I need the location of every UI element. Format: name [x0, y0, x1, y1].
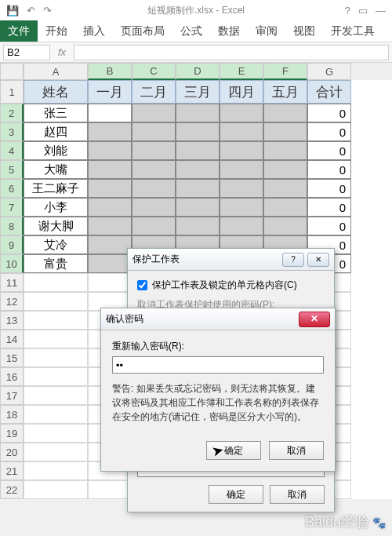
redo-icon[interactable]: ↷	[43, 5, 52, 16]
cell[interactable]	[24, 405, 88, 424]
cell[interactable]	[132, 160, 176, 179]
row-header[interactable]: 10	[0, 254, 24, 273]
row-header[interactable]: 3	[0, 122, 24, 141]
cell[interactable]	[24, 480, 88, 499]
cell[interactable]	[176, 160, 220, 179]
cell[interactable]	[24, 292, 88, 311]
cell[interactable]	[220, 179, 263, 198]
cell[interactable]	[24, 311, 88, 330]
tab-data[interactable]: 数据	[210, 20, 248, 42]
header-month[interactable]: 二月	[132, 80, 176, 104]
cell[interactable]	[263, 141, 307, 160]
col-header-d[interactable]: D	[176, 63, 220, 80]
col-header-b[interactable]: B	[88, 63, 132, 80]
cell-name[interactable]: 大嘴	[24, 160, 88, 179]
row-header[interactable]: 19	[0, 424, 24, 443]
cell[interactable]	[24, 386, 88, 405]
cell[interactable]	[176, 104, 220, 122]
cell-name[interactable]: 赵四	[24, 122, 88, 141]
row-header[interactable]: 1	[0, 80, 24, 104]
row-header[interactable]: 16	[0, 367, 24, 386]
cell-total[interactable]: 0	[307, 160, 351, 179]
cell[interactable]	[263, 198, 307, 217]
row-header[interactable]: 4	[0, 141, 24, 160]
cell[interactable]	[132, 179, 176, 198]
cell[interactable]	[176, 141, 220, 160]
cell-name[interactable]: 富贵	[24, 254, 88, 273]
row-header[interactable]: 2	[0, 104, 24, 122]
row-header[interactable]: 20	[0, 443, 24, 461]
fx-icon[interactable]: fx	[50, 46, 74, 58]
cell[interactable]	[220, 217, 263, 235]
row-header[interactable]: 9	[0, 235, 24, 254]
close-button[interactable]: ✕	[299, 312, 330, 327]
cell[interactable]	[176, 122, 220, 141]
cell[interactable]	[88, 198, 132, 217]
protect-contents-checkbox[interactable]: 保护工作表及锁定的单元格内容(C)	[137, 279, 325, 292]
cell[interactable]	[88, 217, 132, 235]
row-header[interactable]: 7	[0, 198, 24, 217]
tab-home[interactable]: 开始	[38, 20, 75, 42]
formula-input[interactable]	[74, 45, 389, 60]
ribbon-display-icon[interactable]: ▭	[358, 5, 368, 16]
cell[interactable]	[24, 348, 88, 367]
cell-total[interactable]: 0	[307, 198, 351, 217]
cell[interactable]	[88, 273, 132, 292]
tab-file[interactable]: 文件	[0, 20, 38, 42]
minimize-icon[interactable]: —	[376, 5, 386, 16]
tab-page-layout[interactable]: 页面布局	[113, 20, 172, 42]
cell[interactable]	[24, 461, 88, 480]
cancel-button[interactable]: 取消	[270, 485, 325, 504]
cell-name[interactable]: 谢大脚	[24, 217, 88, 235]
header-month[interactable]: 五月	[263, 80, 307, 104]
cell[interactable]	[176, 179, 220, 198]
cell[interactable]	[263, 122, 307, 141]
checkbox-icon[interactable]	[137, 280, 147, 290]
cell[interactable]	[88, 235, 132, 254]
col-header-g[interactable]: G	[307, 63, 351, 80]
cell[interactable]	[263, 179, 307, 198]
cell[interactable]	[88, 104, 132, 122]
row-header[interactable]: 14	[0, 330, 24, 348]
cell[interactable]	[132, 122, 176, 141]
cell[interactable]	[24, 330, 88, 348]
cell[interactable]	[176, 217, 220, 235]
row-header[interactable]: 11	[0, 273, 24, 292]
tab-formulas[interactable]: 公式	[172, 20, 210, 42]
row-header[interactable]: 12	[0, 292, 24, 311]
cell[interactable]	[24, 424, 88, 443]
row-header[interactable]: 8	[0, 217, 24, 235]
tab-developer[interactable]: 开发工具	[323, 20, 383, 42]
cell-name[interactable]: 艾冷	[24, 235, 88, 254]
close-button[interactable]: ✕	[307, 253, 329, 267]
cell[interactable]	[88, 480, 132, 499]
row-header[interactable]: 15	[0, 348, 24, 367]
cell[interactable]	[132, 141, 176, 160]
tab-insert[interactable]: 插入	[75, 20, 113, 42]
cell-total[interactable]: 0	[307, 217, 351, 235]
cell[interactable]	[132, 104, 176, 122]
row-header[interactable]: 5	[0, 160, 24, 179]
col-header-f[interactable]: F	[263, 63, 307, 80]
ok-button[interactable]: 确定	[209, 485, 263, 504]
tab-review[interactable]: 审阅	[248, 20, 285, 42]
row-header[interactable]: 17	[0, 386, 24, 405]
cell[interactable]	[88, 254, 132, 273]
cell[interactable]	[263, 160, 307, 179]
help-button[interactable]: ?	[282, 253, 304, 267]
cell-name[interactable]: 刘能	[24, 141, 88, 160]
cell[interactable]	[263, 217, 307, 235]
help-icon[interactable]: ?	[345, 5, 350, 16]
header-month[interactable]: 一月	[88, 80, 132, 104]
row-header[interactable]: 21	[0, 461, 24, 480]
cell[interactable]	[132, 217, 176, 235]
cell-total[interactable]: 0	[307, 104, 351, 122]
cell-name[interactable]: 小李	[24, 198, 88, 217]
header-month[interactable]: 四月	[220, 80, 263, 104]
cell-total[interactable]: 0	[307, 141, 351, 160]
tab-view[interactable]: 视图	[285, 20, 323, 42]
cell[interactable]	[24, 273, 88, 292]
col-header-a[interactable]: A	[24, 63, 88, 80]
cell[interactable]	[88, 141, 132, 160]
header-total[interactable]: 合计	[307, 80, 351, 104]
